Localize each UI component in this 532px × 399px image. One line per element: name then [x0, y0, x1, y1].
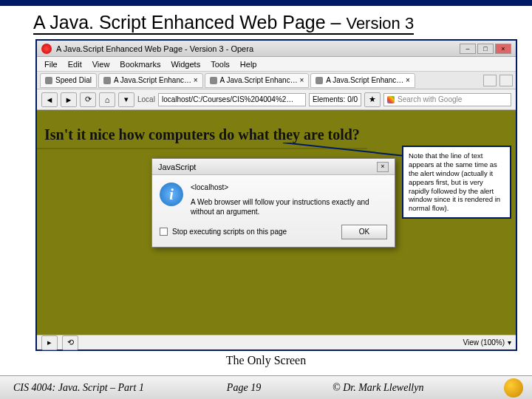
tab-page-3[interactable]: A Java.Script Enhanc… ×	[310, 73, 415, 88]
footer-course: CIS 4004: Java. Script – Part 1	[0, 382, 177, 394]
elements-counter: Elements: 0/0	[309, 93, 361, 106]
screenshot-caption: The Only Screen	[0, 351, 532, 369]
tab-label: A Java.Script Enhanc… ×	[114, 76, 198, 84]
tab-page-2[interactable]: A Java.Script Enhanc… ×	[205, 73, 310, 88]
minimize-button[interactable]: –	[460, 44, 476, 54]
footer-author: © Dr. Mark Llewellyn	[310, 382, 504, 394]
opera-icon	[41, 44, 52, 54]
elements-text: Elements: 0/0	[313, 95, 358, 103]
slide-title-area: A Java. Script Enhanced Web Page – Versi…	[0, 6, 532, 38]
grid-icon	[45, 77, 52, 84]
dialog-message: A Web browser will follow your instructi…	[191, 197, 387, 217]
dialog-close-button[interactable]: ×	[377, 162, 389, 172]
menu-bookmarks[interactable]: Bookmarks	[120, 60, 160, 69]
dialog-titlebar: JavaScript ×	[152, 159, 395, 175]
address-text: localhost/C:/Courses/CIS%204004%2…	[162, 95, 293, 103]
status-bar: ▸ ⟲ View (100%) ▾	[37, 335, 516, 349]
page-icon	[210, 77, 217, 84]
menu-tools[interactable]: Tools	[211, 60, 230, 69]
page-icon	[103, 77, 111, 84]
stop-scripts-checkbox[interactable]	[160, 228, 168, 236]
checkbox-label: Stop executing scripts on this page	[172, 228, 287, 236]
tab-label: A Java.Script Enhanc… ×	[326, 76, 410, 84]
menu-help[interactable]: Help	[240, 60, 257, 69]
callout-arrow	[283, 143, 405, 157]
annotation-callout: Note that the line of text appears at th…	[402, 146, 511, 219]
trash-icon[interactable]	[499, 75, 513, 86]
search-input[interactable]: Search with Google	[383, 93, 511, 106]
title-main: A Java. Script Enhanced Web Page –	[33, 12, 346, 33]
address-toolbar: ◄ ► ⟳ ⌂ ▾ Local localhost/C:/Courses/CIS…	[37, 89, 516, 110]
alert-dialog: JavaScript × i <localhost> A Web browser…	[151, 158, 395, 248]
slide-footer: CIS 4004: Java. Script – Part 1 Page 19 …	[0, 375, 532, 399]
callout-text: Note that the line of text appears at th…	[409, 151, 500, 212]
browser-screenshot: A Java.Script Enhanced Web Page - Versio…	[35, 39, 517, 351]
window-titlebar: A Java.Script Enhanced Web Page - Versio…	[37, 41, 516, 57]
tab-speed-dial[interactable]: Speed Dial	[40, 73, 97, 88]
dialog-title-text: JavaScript	[158, 163, 196, 171]
search-placeholder: Search with Google	[398, 95, 462, 103]
zoom-label: View (100%)	[463, 338, 505, 347]
window-title: A Java.Script Enhanced Web Page - Versio…	[56, 44, 253, 53]
reload-button[interactable]: ⟳	[80, 92, 96, 107]
ok-button[interactable]: OK	[341, 225, 387, 239]
menu-edit[interactable]: Edit	[68, 60, 82, 69]
forward-button[interactable]: ►	[61, 92, 77, 107]
page-icon	[316, 77, 323, 84]
info-icon: i	[160, 183, 183, 206]
slide-title: A Java. Script Enhanced Web Page – Versi…	[33, 12, 414, 35]
tab-label: A Java.Script Enhanc… ×	[220, 76, 304, 84]
back-button[interactable]: ◄	[41, 92, 58, 107]
ucf-logo-icon	[504, 378, 523, 398]
svg-line-0	[283, 143, 405, 156]
dialog-message-area: <localhost> A Web browser will follow yo…	[191, 183, 387, 217]
panel-icon[interactable]: ▸	[41, 335, 58, 350]
dialog-host: <localhost>	[191, 183, 387, 193]
tab-overflow-button[interactable]	[483, 75, 497, 86]
menu-view[interactable]: View	[92, 60, 110, 69]
tab-page-1[interactable]: A Java.Script Enhanc… ×	[98, 73, 203, 88]
wand-icon[interactable]: ▾	[118, 92, 134, 107]
close-button[interactable]: ×	[495, 44, 511, 54]
tab-bar: Speed Dial A Java.Script Enhanc… × A Jav…	[37, 72, 516, 89]
address-input[interactable]: localhost/C:/Courses/CIS%204004%2…	[158, 93, 306, 106]
chevron-down-icon[interactable]: ▾	[508, 338, 511, 347]
title-suffix: Version 3	[346, 14, 414, 33]
tab-label: Speed Dial	[55, 76, 92, 84]
menu-bar: File Edit View Bookmarks Widgets Tools H…	[37, 57, 516, 72]
menu-file[interactable]: File	[44, 60, 58, 69]
address-prefix: Local	[137, 95, 155, 103]
google-icon	[387, 96, 395, 103]
footer-page: Page 19	[177, 382, 310, 394]
page-content: Isn't it nice how computers do what they…	[37, 110, 516, 335]
menu-widgets[interactable]: Widgets	[171, 60, 200, 69]
sync-icon[interactable]: ⟲	[62, 335, 78, 350]
star-icon[interactable]: ★	[364, 92, 381, 107]
maximize-button[interactable]: □	[477, 44, 494, 54]
home-button[interactable]: ⌂	[99, 92, 115, 107]
